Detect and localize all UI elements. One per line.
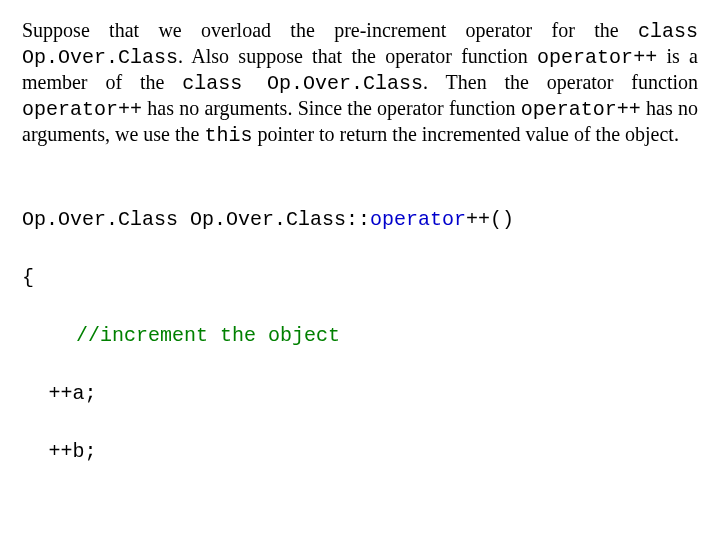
text: pointer to return the incremented value …: [252, 123, 679, 145]
inline-code: class Op.Over.Class: [182, 72, 423, 95]
keyword-operator: operator: [370, 208, 466, 231]
code-text: ++b;: [48, 440, 96, 463]
brace-open: {: [22, 266, 34, 289]
code-text: ++a;: [48, 382, 96, 405]
code-text: Op.Over.Class Op.Over.Class::: [22, 208, 370, 231]
code-line: //increment the object: [22, 321, 698, 350]
code-line: ++b;: [22, 437, 698, 466]
inline-code: operator++: [22, 98, 142, 121]
code-blank-line: [22, 495, 698, 524]
code-block: Op.Over.Class Op.Over.Class::operator++(…: [22, 176, 698, 540]
text: . Also suppose that the operator functio…: [178, 45, 537, 67]
code-line: Op.Over.Class Op.Over.Class::operator++(…: [22, 205, 698, 234]
comment: //increment the object: [76, 324, 340, 347]
inline-code: this: [204, 124, 252, 147]
inline-code: operator++: [521, 98, 641, 121]
code-line: {: [22, 263, 698, 292]
code-line: ++a;: [22, 379, 698, 408]
inline-code: operator++: [537, 46, 657, 69]
text: has no arguments. Since the operator fun…: [142, 97, 521, 119]
text: . Then the operator function: [423, 71, 698, 93]
code-text: ++(): [466, 208, 514, 231]
text: Suppose that we overload the pre-increme…: [22, 19, 638, 41]
explanation-paragraph: Suppose that we overload the pre-increme…: [22, 18, 698, 148]
